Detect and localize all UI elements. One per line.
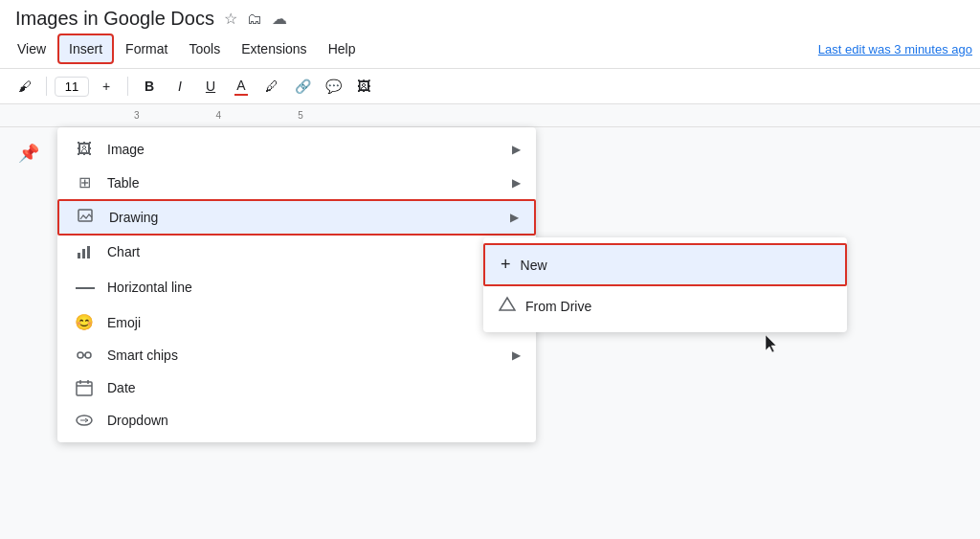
sub-menu-new[interactable]: + New [483,243,847,286]
table-icon: ⊞ [73,173,96,191]
folder-icon[interactable]: 🗂 [247,11,262,28]
emoji-icon: 😊 [73,313,96,331]
menu-item-tools[interactable]: Tools [179,35,230,62]
svg-point-5 [85,352,91,358]
doc-title: Images in Google Docs [15,8,214,30]
toolbar-separator-2 [127,77,128,96]
horizontal-line-label: Horizontal line [107,280,521,295]
svg-marker-13 [500,298,515,310]
cloud-icon[interactable]: ☁ [272,10,287,28]
menu-item-view[interactable]: View [8,35,56,62]
menu-item-dropdown[interactable]: Dropdown [57,404,536,437]
ruler: 3 4 5 [0,104,980,127]
sub-menu-from-drive[interactable]: From Drive [483,286,847,326]
menu-item-emoji[interactable]: 😊 Emoji [57,305,536,339]
toolbar: 🖌 11 + B I U A 🖊 🔗 💬 🖼 [0,69,980,104]
new-plus-icon: + [501,255,511,275]
smart-chips-arrow: ▶ [512,348,521,362]
left-panel: 📌 [0,127,57,539]
font-size-input[interactable]: 11 [55,77,89,97]
last-edit-label[interactable]: Last edit was 3 minutes ago [818,42,972,56]
title-bar: Images in Google Docs ☆ 🗂 ☁ [0,0,980,30]
svg-rect-7 [77,382,92,395]
star-icon[interactable]: ☆ [224,10,237,28]
menu-item-table[interactable]: ⊞ Table ▶ [57,166,536,199]
toolbar-underline[interactable]: U [197,73,224,100]
toolbar-paint-format[interactable]: 🖌 [11,73,38,100]
menu-item-date[interactable]: Date [57,371,536,404]
toolbar-comment[interactable]: 💬 [320,73,346,100]
svg-rect-1 [78,253,80,258]
pin-icon: 📌 [18,143,39,539]
image-arrow: ▶ [512,143,521,156]
toolbar-highlight[interactable]: 🖊 [258,73,285,100]
menu-bar: View Insert Format Tools Extensions Help… [0,30,980,69]
menu-item-help[interactable]: Help [319,35,366,62]
from-drive-label: From Drive [525,299,591,314]
menu-item-image[interactable]: 🖼 Image ▶ [57,133,536,166]
smart-chips-label: Smart chips [107,348,512,363]
main-area: 📌 🖼 Image ▶ ⊞ Table ▶ Drawing ▶ [0,127,980,539]
drive-icon [499,296,516,317]
toolbar-image[interactable]: 🖼 [350,73,377,100]
menu-item-smart-chips[interactable]: Smart chips ▶ [57,339,536,371]
menu-item-horizontal-line[interactable]: — Horizontal line [57,268,536,305]
toolbar-italic[interactable]: I [167,73,193,100]
toolbar-separator-1 [46,77,47,96]
svg-rect-2 [82,249,85,258]
new-label: New [521,258,547,273]
insert-dropdown-menu: 🖼 Image ▶ ⊞ Table ▶ Drawing ▶ [57,127,536,442]
image-label: Image [107,142,512,157]
title-icons: ☆ 🗂 ☁ [224,10,287,28]
menu-item-chart[interactable]: Chart ▶ [57,236,536,268]
cursor-pointer [761,333,780,352]
table-arrow: ▶ [512,176,521,190]
svg-rect-3 [87,246,90,258]
date-label: Date [107,380,521,395]
menu-item-insert[interactable]: Insert [57,34,114,64]
toolbar-font-size-plus[interactable]: + [93,73,120,100]
image-icon: 🖼 [73,141,96,158]
horizontal-line-icon: — [73,276,96,298]
chart-icon [73,243,96,260]
date-icon [73,379,96,396]
emoji-label: Emoji [107,315,521,330]
toolbar-font-color[interactable]: A [228,73,255,100]
menu-item-format[interactable]: Format [116,35,177,62]
drawing-label: Drawing [109,210,510,225]
toolbar-bold[interactable]: B [136,73,163,100]
table-label: Table [107,175,512,191]
toolbar-link[interactable]: 🔗 [289,73,316,100]
menu-item-extensions[interactable]: Extensions [232,35,316,62]
dropdown-label: Dropdown [107,413,521,428]
menu-item-drawing[interactable]: Drawing ▶ [57,199,536,236]
drawing-icon [75,209,98,226]
dropdown-icon [73,412,96,429]
drawing-sub-dropdown: + New From Drive [483,237,847,332]
smart-chips-icon [73,347,96,364]
svg-point-4 [78,352,83,358]
drawing-arrow: ▶ [510,211,519,224]
chart-label: Chart [107,244,512,259]
